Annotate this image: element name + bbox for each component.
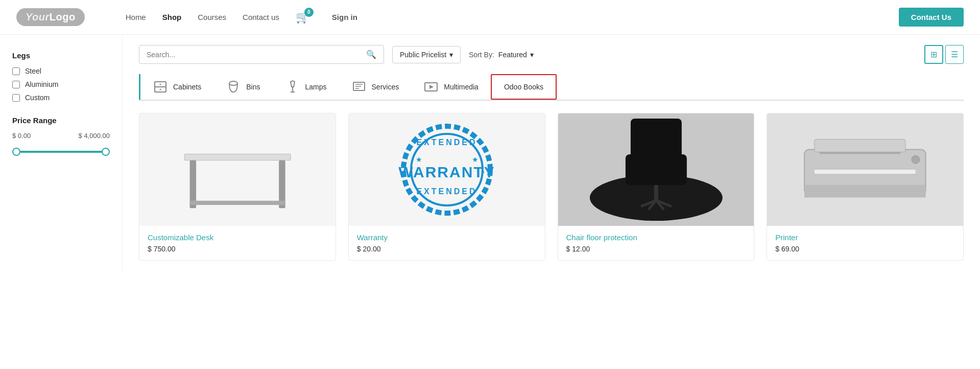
product-img-desk <box>139 113 336 226</box>
price-min-label: $ 0.00 <box>12 132 31 140</box>
product-price-desk: $ 750.00 <box>148 245 327 253</box>
lamps-icon <box>285 79 300 95</box>
svg-point-2 <box>160 84 161 85</box>
product-grid: Customizable Desk $ 750.00 EXTENDED WARR… <box>139 113 964 261</box>
pricelist-chevron-icon: ▾ <box>449 51 453 59</box>
product-price-chairmat: $ 12.00 <box>566 245 746 253</box>
search-filter-row: 🔍 Public Pricelist ▾ Sort By: Featured ▾… <box>139 45 964 64</box>
nav-home[interactable]: Home <box>126 13 146 21</box>
main-container: Legs Steel Aluminium Custom Price Range … <box>0 35 980 271</box>
cat-tab-lamps[interactable]: Lamps <box>273 74 339 100</box>
legs-aluminium-checkbox[interactable] <box>12 81 20 88</box>
price-range-section: Price Range $ 0.00 $ 4,000.00 <box>12 116 110 157</box>
cat-label-multimedia: Multimedia <box>444 83 479 91</box>
cat-tab-odoobooks[interactable]: Odoo Books <box>491 74 557 100</box>
price-labels: $ 0.00 $ 4,000.00 <box>12 132 110 140</box>
view-toggle: ⊞ ☰ <box>924 45 964 64</box>
sort-chevron-icon: ▾ <box>530 51 534 59</box>
legs-custom-label: Custom <box>25 94 50 102</box>
product-card-desk[interactable]: Customizable Desk $ 750.00 <box>139 113 336 261</box>
svg-point-38 <box>912 155 920 164</box>
cat-tab-bins[interactable]: Bins <box>213 74 272 100</box>
product-name-desk: Customizable Desk <box>148 233 327 242</box>
svg-rect-39 <box>820 152 900 154</box>
header: YourLogo Home Shop Courses Contact us 🛒 … <box>0 0 980 35</box>
product-card-warranty[interactable]: EXTENDED WARRANTY EXTENDED ★ ★ ★ ★ Warra… <box>348 113 545 261</box>
sort-dropdown[interactable]: Featured ▾ <box>498 51 534 59</box>
legs-title: Legs <box>12 51 110 60</box>
cart-button[interactable]: 🛒 0 <box>296 11 309 24</box>
bins-icon <box>226 79 241 95</box>
product-img-chairmat <box>558 113 754 226</box>
legs-steel-label: Steel <box>25 67 41 75</box>
product-name-warranty: Warranty <box>357 233 537 242</box>
sort-by-label: Sort By: <box>469 51 494 59</box>
view-list-button[interactable]: ☰ <box>945 45 964 64</box>
sort-by-group: Sort By: Featured ▾ <box>469 51 534 59</box>
cat-tab-multimedia[interactable]: Multimedia <box>411 74 491 100</box>
svg-rect-36 <box>804 185 926 198</box>
nav-courses[interactable]: Courses <box>198 13 226 21</box>
svg-text:★: ★ <box>415 155 422 164</box>
search-box[interactable]: 🔍 <box>139 45 384 64</box>
pricelist-dropdown[interactable]: Public Pricelist ▾ <box>392 46 461 63</box>
nav-shop[interactable]: Shop <box>162 13 182 21</box>
pricelist-label: Public Pricelist <box>400 51 446 59</box>
product-info-desk: Customizable Desk $ 750.00 <box>139 226 336 260</box>
cat-label-lamps: Lamps <box>305 83 327 91</box>
svg-point-4 <box>229 81 237 85</box>
view-grid-button[interactable]: ⊞ <box>924 45 943 64</box>
category-tabs: Cabinets Bins <box>139 74 964 101</box>
product-img-warranty: EXTENDED WARRANTY EXTENDED ★ ★ ★ ★ <box>349 113 545 226</box>
services-icon <box>351 79 367 95</box>
legs-steel-item[interactable]: Steel <box>12 67 110 75</box>
svg-text:EXTENDED: EXTENDED <box>416 187 477 196</box>
product-price-printer: $ 69.00 <box>775 245 955 253</box>
nav-contact[interactable]: Contact us <box>243 13 279 21</box>
legs-aluminium-item[interactable]: Aluminium <box>12 80 110 88</box>
range-handle-min[interactable] <box>12 148 20 156</box>
sign-in-link[interactable]: Sign in <box>332 13 357 21</box>
product-info-warranty: Warranty $ 20.00 <box>349 226 545 260</box>
svg-rect-35 <box>815 170 916 174</box>
logo: YourLogo <box>16 8 85 26</box>
cat-tab-services[interactable]: Services <box>339 74 412 100</box>
svg-text:EXTENDED: EXTENDED <box>416 138 477 147</box>
cat-label-odoobooks: Odoo Books <box>504 83 543 91</box>
logo-area[interactable]: YourLogo <box>16 8 85 26</box>
multimedia-icon <box>423 79 439 95</box>
price-range-slider[interactable] <box>12 147 110 157</box>
product-price-warranty: $ 20.00 <box>357 245 537 253</box>
legs-aluminium-label: Aluminium <box>25 80 58 88</box>
cat-tab-cabinets[interactable]: Cabinets <box>139 74 213 100</box>
legs-custom-checkbox[interactable] <box>12 94 20 102</box>
product-card-chairmat[interactable]: Chair floor protection $ 12.00 <box>558 113 755 261</box>
logo-your: Your <box>26 11 50 22</box>
logo-logo: Logo <box>50 11 76 22</box>
cat-label-cabinets: Cabinets <box>173 83 201 91</box>
cart-badge: 0 <box>304 8 314 17</box>
sort-value-label: Featured <box>498 51 527 59</box>
svg-rect-28 <box>630 119 681 159</box>
svg-marker-12 <box>429 85 434 89</box>
cabinets-icon <box>153 79 168 95</box>
main-nav: Home Shop Courses Contact us 🛒 0 Sign in <box>126 11 899 24</box>
range-track <box>12 151 110 153</box>
price-max-label: $ 4,000.00 <box>79 132 110 140</box>
product-info-printer: Printer $ 69.00 <box>767 226 963 260</box>
svg-text:★: ★ <box>409 169 413 175</box>
product-card-printer[interactable]: Printer $ 69.00 <box>767 113 964 261</box>
svg-rect-37 <box>815 140 905 152</box>
search-input[interactable] <box>147 51 366 59</box>
content-area: 🔍 Public Pricelist ▾ Sort By: Featured ▾… <box>123 35 980 271</box>
cat-label-services: Services <box>372 83 399 91</box>
price-range-title: Price Range <box>12 116 110 125</box>
legs-steel-checkbox[interactable] <box>12 67 20 75</box>
svg-text:★: ★ <box>480 169 485 175</box>
contact-us-button[interactable]: Contact Us <box>899 8 964 27</box>
svg-rect-16 <box>189 200 285 204</box>
search-icon-button[interactable]: 🔍 <box>366 50 376 59</box>
range-handle-max[interactable] <box>102 148 110 156</box>
legs-custom-item[interactable]: Custom <box>12 94 110 102</box>
product-info-chairmat: Chair floor protection $ 12.00 <box>558 226 754 260</box>
